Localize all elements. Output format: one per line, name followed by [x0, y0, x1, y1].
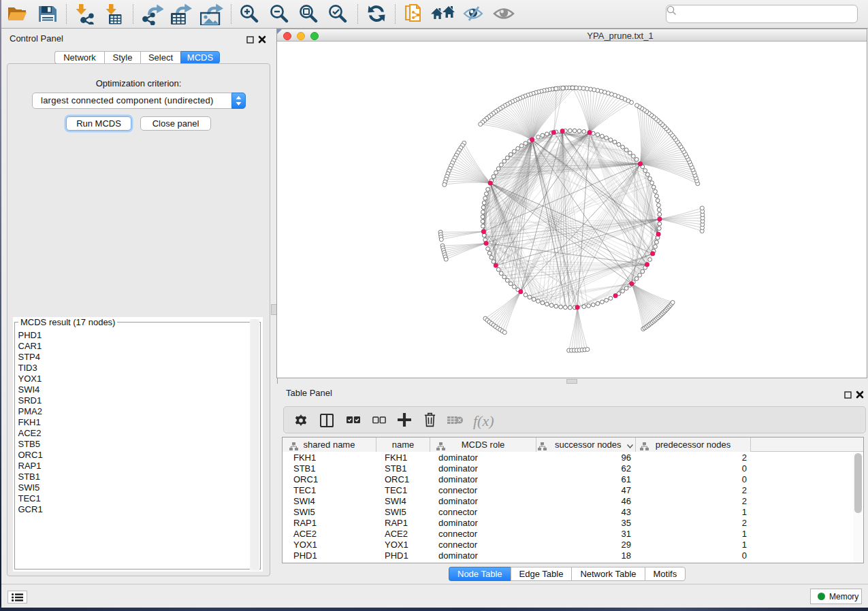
- svg-text:f(x): f(x): [473, 412, 494, 429]
